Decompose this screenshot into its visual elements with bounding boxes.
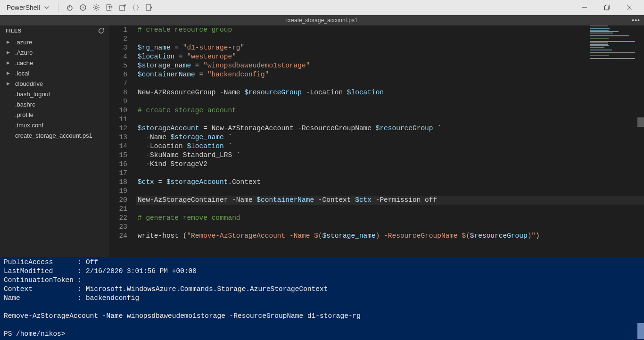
scrollbar-thumb[interactable] [637, 117, 644, 127]
code-line[interactable]: $containerName = "backendconfig" [136, 70, 644, 79]
terminal-line: PS /home/nikos> [4, 330, 640, 339]
scrollbar-thumb[interactable] [637, 323, 644, 339]
file-item[interactable]: create_storage_account.ps1 [0, 130, 109, 141]
code-area[interactable]: 123456789101112131415161718192021222324 … [109, 25, 644, 257]
item-label: .bashrc [15, 101, 35, 108]
sidebar-header-label: FILES [6, 28, 22, 33]
file-item[interactable]: .bash_logout [0, 89, 109, 99]
code-line[interactable]: # generate remove command [136, 214, 644, 223]
item-label: .tmux.conf [15, 122, 43, 129]
code-line[interactable]: $storage_name = "winopsdbaweudemo1storag… [136, 61, 644, 70]
code-line[interactable]: $location = "westeurope" [136, 52, 644, 61]
terminal-line: Context : Microsoft.WindowsAzure.Command… [4, 285, 640, 294]
chevron-right-icon: ▶ [5, 81, 11, 86]
code-line[interactable]: write-host ("Remove-AzStorageAccount -Na… [136, 232, 644, 240]
help-icon[interactable]: ? [77, 2, 89, 13]
terminal-line: LastModified : 2/16/2020 3:01:56 PM +00:… [4, 267, 640, 276]
folder-item[interactable]: ▶.Azure [0, 47, 109, 58]
terminal-line [4, 303, 640, 312]
sidebar-header: FILES [0, 25, 109, 36]
line-number: 6 [109, 70, 127, 79]
item-label: .profile [15, 111, 33, 118]
code-line[interactable] [136, 223, 644, 232]
maximize-button[interactable] [597, 1, 618, 14]
folder-item[interactable]: ▶clouddrive [0, 78, 109, 89]
line-number: 16 [109, 160, 127, 169]
item-label: .azure [15, 39, 32, 46]
terminal-scrollbar[interactable] [637, 257, 644, 340]
refresh-icon[interactable] [98, 27, 105, 34]
line-gutter: 123456789101112131415161718192021222324 [109, 25, 136, 257]
divider [58, 3, 58, 12]
svg-point-4 [95, 6, 97, 8]
code-line[interactable]: $storageAccount = New-AzStorageAccount -… [136, 124, 644, 133]
item-label: clouddrive [15, 80, 43, 87]
line-number: 18 [109, 178, 127, 187]
close-button[interactable] [619, 1, 640, 14]
upload-icon[interactable] [104, 2, 115, 13]
minimize-button[interactable] [574, 1, 595, 14]
chevron-right-icon: ▶ [5, 71, 11, 75]
code-line[interactable] [136, 79, 644, 88]
new-window-icon[interactable] [117, 2, 128, 13]
line-number: 8 [109, 88, 127, 97]
gear-icon[interactable] [91, 2, 102, 13]
code-line[interactable]: # create resource group [136, 25, 644, 34]
folder-item[interactable]: ▶.azure [0, 37, 109, 47]
line-number: 13 [109, 133, 127, 142]
code-line[interactable]: New-AzResourceGroup -Name $resourceGroup… [136, 88, 644, 97]
code-line[interactable] [136, 187, 644, 196]
chevron-right-icon: ▶ [5, 50, 11, 55]
code-line[interactable]: # create storage account [136, 106, 644, 115]
line-number: 11 [109, 115, 127, 124]
code-line[interactable] [136, 34, 644, 43]
line-number: 15 [109, 151, 127, 160]
file-tree: ▶.azure▶.Azure▶.cache▶.local▶clouddrive.… [0, 36, 109, 141]
code-content[interactable]: # create resource group $rg_name = "d1-s… [136, 25, 644, 257]
code-line[interactable]: $rg_name = "d1-storage-rg" [136, 43, 644, 52]
terminal[interactable]: PublicAccess : OffLastModified : 2/16/20… [0, 257, 644, 340]
terminal-line: ContinuationToken : [4, 276, 640, 285]
code-line[interactable] [136, 115, 644, 124]
line-number: 21 [109, 205, 127, 214]
terminal-line: PublicAccess : Off [4, 258, 640, 267]
editor-scrollbar[interactable] [637, 25, 644, 257]
file-item[interactable]: .profile [0, 109, 109, 120]
tab-more-icon[interactable]: ••• [632, 17, 640, 24]
code-line[interactable] [136, 169, 644, 178]
line-number: 3 [109, 43, 127, 52]
line-number: 5 [109, 61, 127, 70]
chevron-down-icon [44, 5, 50, 10]
braces-icon[interactable] [130, 2, 141, 13]
file-item[interactable]: .tmux.conf [0, 120, 109, 130]
code-line[interactable] [136, 205, 644, 214]
preview-icon[interactable] [143, 2, 155, 13]
item-label: create_storage_account.ps1 [15, 132, 92, 139]
item-label: .Azure [15, 49, 33, 56]
file-item[interactable]: .bashrc [0, 99, 109, 109]
shell-selector[interactable]: PowerShell [4, 3, 52, 12]
sidebar: FILES ▶.azure▶.Azure▶.cache▶.local▶cloud… [0, 25, 109, 257]
code-line[interactable]: -Name $storage_name ` [136, 133, 644, 142]
chevron-right-icon: ▶ [5, 40, 11, 44]
line-number: 23 [109, 223, 127, 232]
line-number: 7 [109, 79, 127, 88]
code-line[interactable] [136, 97, 644, 106]
code-line[interactable]: -SkuName Standard_LRS ` [136, 151, 644, 160]
code-line[interactable]: -Location $location ` [136, 142, 644, 151]
code-line[interactable]: $ctx = $storageAccount.Context [136, 178, 644, 187]
item-label: .cache [15, 59, 33, 66]
line-number: 17 [109, 169, 127, 178]
code-line[interactable]: -Kind StorageV2 [136, 160, 644, 169]
svg-rect-5 [107, 5, 111, 10]
power-icon[interactable] [64, 2, 75, 13]
folder-item[interactable]: ▶.cache [0, 58, 109, 68]
svg-text:?: ? [82, 6, 84, 10]
code-line[interactable]: New-AzStorageContainer -Name $containerN… [136, 196, 644, 205]
line-number: 20 [109, 196, 127, 205]
folder-item[interactable]: ▶.local [0, 68, 109, 78]
editor: 123456789101112131415161718192021222324 … [109, 25, 644, 257]
line-number: 9 [109, 97, 127, 106]
chevron-right-icon: ▶ [5, 60, 11, 65]
line-number: 24 [109, 232, 127, 240]
